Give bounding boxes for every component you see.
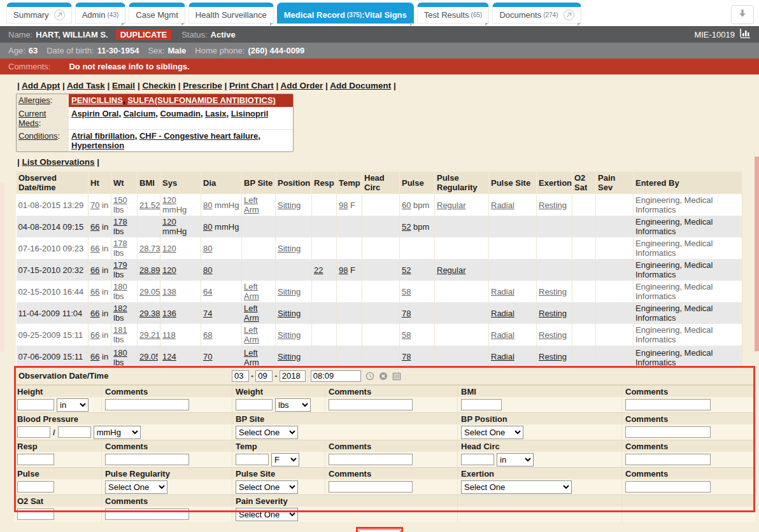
obs-value-link[interactable]: Sitting [278,200,301,210]
obs-value-link[interactable]: 66 [90,244,99,253]
obs-value-link[interactable]: 64 [203,287,212,297]
obs-value-link[interactable]: Left Arm [244,325,259,344]
pulse-site-select[interactable]: Select One [236,480,298,494]
current-meds-link[interactable]: Current Meds [18,109,46,128]
head-circ-comments-input[interactable] [625,454,711,465]
condition-link[interactable]: CHF - Congestive heart failure [139,131,258,141]
action-link-email[interactable]: Email [112,81,135,90]
bp-position-select[interactable]: Select One [461,426,523,439]
clock-icon[interactable] [365,372,374,381]
obs-value-link[interactable]: Sitting [278,330,301,340]
head-circ-input[interactable] [461,454,494,465]
o2-sat-input[interactable] [17,508,54,520]
obs-value-link[interactable]: 29.21 [139,330,160,340]
calendar-icon[interactable] [392,372,401,381]
obs-value-link[interactable]: Radial [491,287,514,297]
pulse-regularity-select[interactable]: Select One [105,480,167,494]
bmi-comments-input[interactable] [625,399,711,410]
obs-value-link[interactable]: 178 [113,239,127,248]
medication-link[interactable]: Lisinopril [231,109,269,118]
obs-value-link[interactable]: 150 [113,195,127,205]
action-link-add-document[interactable]: Add Document [330,81,391,90]
obs-value-link[interactable]: Resting [539,200,567,210]
obs-value-link[interactable]: Left Arm [244,282,259,301]
allergies-link[interactable]: Allergies [18,95,50,105]
obs-value-link[interactable]: 136 [162,309,176,318]
obs-value-link[interactable]: 70 [203,352,212,361]
medication-link[interactable]: Aspirin Oral [71,109,118,118]
tab-summary[interactable]: Summary [6,3,72,24]
action-link-print-chart[interactable]: Print Chart [229,81,274,90]
obs-value-link[interactable]: Resting [539,330,567,340]
weight-comments-input[interactable] [329,399,413,410]
obs-value-link[interactable]: 180 [113,282,127,291]
head-circ-unit-select[interactable]: in [497,453,534,466]
obs-value-link[interactable]: 180 [113,348,127,358]
obs-value-link[interactable]: 80 [203,265,212,275]
obs-value-link[interactable]: Left Arm [244,348,259,365]
pulse-input[interactable] [17,481,54,493]
obs-value-link[interactable]: Left Arm [244,304,259,323]
weight-unit-select[interactable]: lbs [275,398,311,412]
obs-value-link[interactable]: 52 [402,222,411,232]
height-input[interactable] [17,399,54,410]
open-new-window-icon[interactable] [54,10,65,20]
obs-value-link[interactable]: 80 [203,200,212,210]
obs-value-link[interactable]: 66 [90,352,99,361]
obs-value-link[interactable]: Sitting [278,352,301,361]
obs-value-link[interactable]: 70 [90,200,99,210]
flowsheet-chart-icon[interactable] [740,29,751,40]
bp-diastolic-input[interactable] [58,426,91,438]
obs-value-link[interactable]: 182 [113,304,127,313]
obs-value-link[interactable]: 120 [162,195,176,205]
list-observations-link[interactable]: List Observations [22,157,95,167]
obs-value-link[interactable]: 52 [402,265,411,275]
temp-comments-input[interactable] [329,454,413,465]
obs-value-link[interactable]: Resting [539,287,567,297]
obs-value-link[interactable]: 78 [402,352,411,361]
medication-link[interactable]: Calcium [124,109,156,118]
pulse-comments-input[interactable] [329,481,413,493]
tab-medical-record[interactable]: Medical Record(375):Vital Signs [277,3,414,24]
obs-value-link[interactable]: Regular [437,200,466,210]
obs-value-link[interactable]: 78 [402,309,411,318]
time-input[interactable] [311,370,361,382]
obs-value-link[interactable]: 29.38 [139,309,160,318]
obs-value-link[interactable]: 29.05 [139,352,158,361]
obs-value-link[interactable]: Left Arm [244,195,259,214]
height-unit-select[interactable]: in [57,398,89,412]
obs-value-link[interactable]: 80 [203,222,212,232]
obs-value-link[interactable]: 98 [339,265,348,275]
obs-value-link[interactable]: 21.52 [139,200,160,210]
obs-value-link[interactable]: 138 [162,287,176,297]
resp-input[interactable] [17,454,54,465]
tab-test-results[interactable]: Test Results(65) [417,3,490,24]
obs-value-link[interactable]: 66 [90,309,99,318]
bmi-input[interactable] [461,399,502,410]
obs-value-link[interactable]: 120 [162,217,176,227]
obs-value-link[interactable]: 66 [90,222,99,232]
obs-value-link[interactable]: 28.73 [139,244,160,253]
obs-value-link[interactable]: 58 [402,330,411,340]
bp-comments-input[interactable] [625,426,711,438]
obs-value-link[interactable]: 98 [339,200,348,210]
pain-severity-select[interactable]: Select One [236,508,298,521]
condition-link[interactable]: Hypertension [71,141,124,150]
obs-value-link[interactable]: 118 [162,330,176,340]
allergy-link[interactable]: PENICILLINS [71,95,123,105]
o2-comments-input[interactable] [105,508,189,520]
obs-value-link[interactable]: 66 [90,287,99,297]
clear-icon[interactable] [379,372,388,381]
obs-value-link[interactable]: Sitting [278,244,301,253]
action-link-add-task[interactable]: Add Task [67,81,105,90]
obs-value-link[interactable]: Regular [437,265,466,275]
condition-link[interactable]: Atrial fibrillation [71,131,135,141]
tab-admin[interactable]: Admin(43) [75,3,126,24]
action-link-add-order[interactable]: Add Order [281,81,323,90]
download-button[interactable] [731,5,754,24]
obs-value-link[interactable]: Radial [491,200,514,210]
obs-value-link[interactable]: 120 [162,265,176,275]
obs-value-link[interactable]: Resting [539,352,567,361]
temp-unit-select[interactable]: F [271,453,299,466]
date-day-input[interactable] [255,370,273,382]
